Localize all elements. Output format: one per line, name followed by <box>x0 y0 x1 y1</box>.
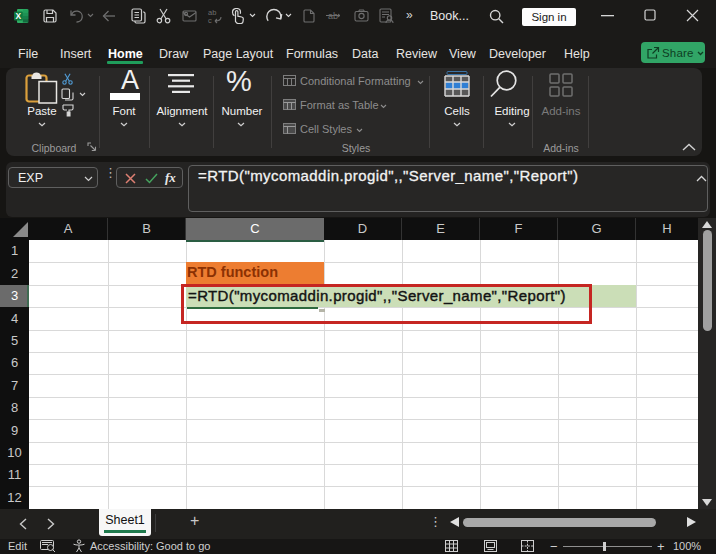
svg-text:X: X <box>16 11 22 21</box>
svg-text:c: c <box>208 16 212 24</box>
